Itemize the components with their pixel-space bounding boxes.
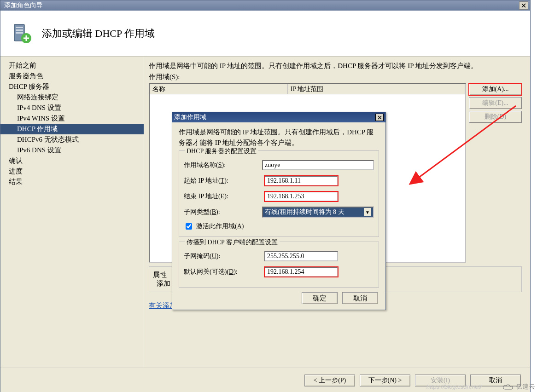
subnet-type-value: 有线(租用持续时间将为 8 天 xyxy=(265,208,344,216)
scope-name-input[interactable] xyxy=(262,160,374,170)
default-gateway-input[interactable] xyxy=(264,267,338,277)
start-ip-input[interactable] xyxy=(264,176,338,186)
row-activate: 激活此作用域(A) xyxy=(184,222,374,231)
label-start-ip: 起始 IP 地址(T): xyxy=(184,177,264,185)
label-activate: 激活此作用域(A) xyxy=(196,222,244,231)
dhcp-server-config-fieldset: DHCP 服务器的配置设置 作用域名称(S): 起始 IP 地址(T): 结束 … xyxy=(179,150,379,237)
sidebar-item-dhcpv6-stateless[interactable]: DHCPv6 无状态模式 xyxy=(0,134,144,145)
dialog-footer: 确定 取消 xyxy=(179,292,379,304)
sidebar-item-dhcp-server[interactable]: DHCP 服务器 xyxy=(0,81,144,92)
page-description: 作用域是网络中可能的 IP 地址的范围。只有创建作用域之后，DHCP 服务器才可… xyxy=(149,61,522,71)
row-scope-name: 作用域名称(S): xyxy=(184,159,374,171)
wizard-header: 添加或编辑 DHCP 作用域 xyxy=(0,11,530,57)
window-close-button[interactable] xyxy=(519,1,528,10)
col-ip-range[interactable]: IP 地址范围 xyxy=(288,84,465,94)
sidebar-item-ipv6-dns[interactable]: IPv6 DNS 设置 xyxy=(0,145,144,156)
row-start-ip: 起始 IP 地址(T): xyxy=(184,175,374,187)
dialog-cancel-button[interactable]: 取消 xyxy=(342,292,378,304)
edit-scope-button: 编辑(E)... xyxy=(469,97,522,109)
dhcp-client-config-fieldset: 传播到 DHCP 客户端的配置设置 子网掩码(U): 默认网关(可选)(D): xyxy=(179,242,379,288)
row-subnet-type: 子网类型(B): 有线(租用持续时间将为 8 天 ▼ xyxy=(184,206,374,218)
server-plus-icon xyxy=(12,23,34,45)
svg-rect-2 xyxy=(16,29,23,31)
scopes-label: 作用域(S): xyxy=(149,73,522,81)
scope-action-buttons: 添加(A)... 编辑(E)... 删除(D) xyxy=(469,83,522,263)
subnet-type-select[interactable]: 有线(租用持续时间将为 8 天 ▼ xyxy=(262,207,374,218)
close-icon xyxy=(521,3,526,8)
fieldset2-legend: 传播到 DHCP 客户端的配置设置 xyxy=(185,238,280,247)
label-subnet-mask: 子网掩码(U): xyxy=(184,252,264,260)
add-scope-dialog: 添加作用域 作用域是网络可能的 IP 地址范围。只有创建作用域后，DHCP 服务… xyxy=(172,112,386,310)
activate-scope-checkbox[interactable] xyxy=(186,223,192,230)
svg-rect-1 xyxy=(16,27,23,28)
label-subnet-type: 子网类型(B): xyxy=(184,208,262,216)
dialog-description: 作用域是网络可能的 IP 地址范围。只有创建作用域后，DHCP 服务器才能将 I… xyxy=(179,127,379,148)
label-scope-name: 作用域名称(S): xyxy=(184,161,262,169)
cloud-icon xyxy=(502,383,514,391)
col-name[interactable]: 名称 xyxy=(150,84,288,94)
delete-scope-button: 删除(D) xyxy=(469,111,522,123)
add-scope-button[interactable]: 添加(A)... xyxy=(469,83,522,95)
window-title: 添加角色向导 xyxy=(2,1,43,10)
label-default-gateway: 默认网关(可选)(D): xyxy=(184,268,264,276)
next-button[interactable]: 下一步(N) > xyxy=(360,375,410,386)
watermark-blog-url: https://blog.csdn.net/ xyxy=(426,383,482,390)
scopes-table-header: 名称 IP 地址范围 xyxy=(150,84,465,94)
wizard-sidebar: 开始之前 服务器角色 DHCP 服务器 网络连接绑定 IPv4 DNS 设置 I… xyxy=(0,57,144,368)
fieldset1-legend: DHCP 服务器的配置设置 xyxy=(185,147,258,156)
dialog-close-button[interactable] xyxy=(375,114,384,121)
subnet-mask-input[interactable] xyxy=(264,251,338,261)
properties-label: 属性 xyxy=(153,271,167,278)
sidebar-item-before-begin[interactable]: 开始之前 xyxy=(0,60,144,71)
sidebar-item-ipv4-wins[interactable]: IPv4 WINS 设置 xyxy=(0,113,144,124)
sidebar-item-server-roles[interactable]: 服务器角色 xyxy=(0,71,144,81)
label-end-ip: 结束 IP 地址(E): xyxy=(184,192,264,201)
svg-rect-3 xyxy=(16,32,23,34)
dropdown-arrow-icon: ▼ xyxy=(364,208,371,216)
watermark-brand-text: 亿速云 xyxy=(516,383,535,391)
watermark-brand: 亿速云 xyxy=(502,383,535,391)
sidebar-item-confirm[interactable]: 确认 xyxy=(0,156,144,166)
dialog-body: 作用域是网络可能的 IP 地址范围。只有创建作用域后，DHCP 服务器才能将 I… xyxy=(172,122,385,310)
page-title: 添加或编辑 DHCP 作用域 xyxy=(42,27,155,40)
sidebar-item-ipv4-dns[interactable]: IPv4 DNS 设置 xyxy=(0,103,144,113)
end-ip-input[interactable] xyxy=(264,191,338,202)
sidebar-item-results[interactable]: 结果 xyxy=(0,177,144,187)
sidebar-item-dhcp-scope[interactable]: DHCP 作用域 xyxy=(0,124,144,134)
dialog-ok-button[interactable]: 确定 xyxy=(302,292,338,304)
dialog-title: 添加作用域 xyxy=(174,113,206,121)
sidebar-item-progress[interactable]: 进度 xyxy=(0,166,144,177)
properties-sublabel: 添加 xyxy=(157,280,170,287)
window-titlebar: 添加角色向导 xyxy=(0,0,530,11)
row-end-ip: 结束 IP 地址(E): xyxy=(184,190,374,202)
sidebar-item-network-binding[interactable]: 网络连接绑定 xyxy=(0,92,144,103)
row-default-gateway: 默认网关(可选)(D): xyxy=(184,266,374,278)
prev-button[interactable]: < 上一步(P) xyxy=(304,375,355,386)
row-subnet-mask: 子网掩码(U): xyxy=(184,250,374,262)
dialog-titlebar[interactable]: 添加作用域 xyxy=(172,112,385,122)
close-icon xyxy=(378,115,382,120)
